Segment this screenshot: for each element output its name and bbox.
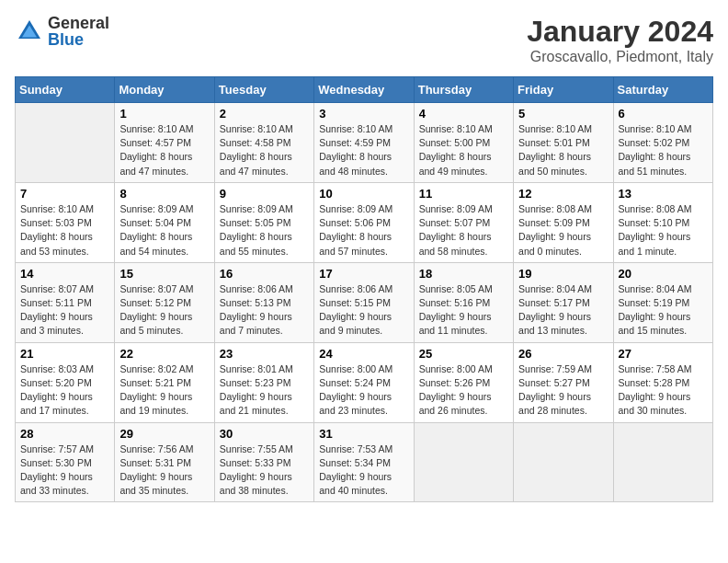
sunrise: Sunrise: 8:09 AM — [220, 203, 293, 214]
day-number: 21 — [20, 347, 109, 361]
day-info: Sunrise: 8:08 AM Sunset: 5:10 PM Dayligh… — [619, 202, 708, 259]
sunrise: Sunrise: 8:09 AM — [419, 203, 493, 214]
calendar-cell: 23 Sunrise: 8:01 AM Sunset: 5:23 PM Dayl… — [214, 342, 313, 422]
daylight: Daylight: 9 hours and 28 minutes. — [518, 391, 591, 416]
daylight: Daylight: 8 hours and 50 minutes. — [518, 151, 591, 176]
sunrise: Sunrise: 8:10 AM — [119, 123, 193, 134]
calendar-cell: 25 Sunrise: 8:00 AM Sunset: 5:26 PM Dayl… — [414, 342, 513, 422]
sunset: Sunset: 5:12 PM — [119, 297, 191, 308]
day-info: Sunrise: 8:09 AM Sunset: 5:05 PM Dayligh… — [220, 202, 309, 259]
day-info: Sunrise: 8:10 AM Sunset: 5:00 PM Dayligh… — [419, 122, 508, 178]
calendar-cell: 30 Sunrise: 7:55 AM Sunset: 5:33 PM Dayl… — [214, 422, 313, 502]
daylight: Daylight: 8 hours and 57 minutes. — [319, 231, 392, 256]
title-section: January 2024 Groscavallo, Piedmont, Ital… — [527, 15, 713, 65]
logo-general: General — [48, 15, 109, 31]
sunset: Sunset: 5:11 PM — [20, 297, 92, 308]
logo-icon — [15, 17, 44, 46]
sunset: Sunset: 5:34 PM — [319, 457, 391, 468]
calendar-cell: 14 Sunrise: 8:07 AM Sunset: 5:11 PM Dayl… — [16, 262, 115, 342]
daylight: Daylight: 9 hours and 17 minutes. — [20, 391, 93, 416]
day-number: 22 — [119, 347, 209, 361]
calendar-table: SundayMondayTuesdayWednesdayThursdayFrid… — [15, 76, 713, 502]
sunrise: Sunrise: 8:10 AM — [419, 123, 493, 134]
sunrise: Sunrise: 8:07 AM — [119, 283, 193, 294]
calendar-cell — [514, 422, 613, 502]
calendar-cell: 1 Sunrise: 8:10 AM Sunset: 4:57 PM Dayli… — [115, 103, 214, 183]
sunrise: Sunrise: 8:10 AM — [518, 123, 592, 134]
daylight: Daylight: 9 hours and 1 minute. — [619, 231, 691, 256]
day-info: Sunrise: 8:10 AM Sunset: 5:01 PM Dayligh… — [518, 122, 608, 178]
sunrise: Sunrise: 8:08 AM — [518, 203, 592, 214]
location-title: Groscavallo, Piedmont, Italy — [527, 49, 713, 65]
sunset: Sunset: 4:58 PM — [220, 137, 291, 148]
logo-text: General Blue — [48, 15, 109, 48]
daylight: Daylight: 9 hours and 38 minutes. — [220, 471, 292, 496]
sunrise: Sunrise: 8:05 AM — [419, 283, 493, 294]
daylight: Daylight: 8 hours and 55 minutes. — [220, 231, 292, 256]
month-title: January 2024 — [527, 15, 713, 49]
sunset: Sunset: 5:23 PM — [220, 377, 291, 388]
sunset: Sunset: 5:20 PM — [20, 377, 92, 388]
day-info: Sunrise: 7:59 AM Sunset: 5:27 PM Dayligh… — [518, 362, 608, 419]
calendar-cell — [613, 422, 712, 502]
daylight: Daylight: 9 hours and 3 minutes. — [20, 311, 93, 336]
day-info: Sunrise: 8:01 AM Sunset: 5:23 PM Dayligh… — [220, 362, 309, 419]
logo-blue: Blue — [48, 31, 109, 48]
sunset: Sunset: 5:30 PM — [20, 457, 92, 468]
sunset: Sunset: 5:09 PM — [518, 217, 590, 228]
calendar-cell: 26 Sunrise: 7:59 AM Sunset: 5:27 PM Dayl… — [514, 342, 613, 422]
daylight: Daylight: 8 hours and 49 minutes. — [419, 151, 492, 176]
day-info: Sunrise: 8:02 AM Sunset: 5:21 PM Dayligh… — [119, 362, 209, 419]
sunset: Sunset: 5:15 PM — [319, 297, 391, 308]
sunrise: Sunrise: 7:56 AM — [119, 443, 193, 454]
sunrise: Sunrise: 8:06 AM — [220, 283, 293, 294]
calendar-week-row: 14 Sunrise: 8:07 AM Sunset: 5:11 PM Dayl… — [16, 262, 713, 342]
daylight: Daylight: 9 hours and 9 minutes. — [319, 311, 392, 336]
calendar-cell: 10 Sunrise: 8:09 AM Sunset: 5:06 PM Dayl… — [314, 182, 414, 262]
day-number: 7 — [20, 187, 109, 201]
daylight: Daylight: 9 hours and 5 minutes. — [119, 311, 192, 336]
daylight: Daylight: 8 hours and 53 minutes. — [20, 231, 93, 256]
day-info: Sunrise: 8:09 AM Sunset: 5:04 PM Dayligh… — [119, 202, 209, 259]
calendar-cell: 20 Sunrise: 8:04 AM Sunset: 5:19 PM Dayl… — [613, 262, 712, 342]
calendar-cell — [414, 422, 513, 502]
sunset: Sunset: 5:05 PM — [220, 217, 291, 228]
day-number: 6 — [619, 107, 708, 121]
day-info: Sunrise: 8:10 AM Sunset: 5:02 PM Dayligh… — [619, 122, 708, 178]
sunrise: Sunrise: 8:10 AM — [20, 203, 94, 214]
day-info: Sunrise: 8:05 AM Sunset: 5:16 PM Dayligh… — [419, 282, 508, 339]
day-number: 19 — [518, 267, 608, 281]
weekday-header: Sunday — [16, 77, 115, 103]
day-info: Sunrise: 8:10 AM Sunset: 5:03 PM Dayligh… — [20, 202, 109, 259]
calendar-cell: 31 Sunrise: 7:53 AM Sunset: 5:34 PM Dayl… — [314, 422, 414, 502]
calendar-cell: 24 Sunrise: 8:00 AM Sunset: 5:24 PM Dayl… — [314, 342, 414, 422]
day-number: 14 — [20, 267, 109, 281]
calendar-cell: 6 Sunrise: 8:10 AM Sunset: 5:02 PM Dayli… — [613, 103, 712, 183]
daylight: Daylight: 9 hours and 0 minutes. — [518, 231, 591, 256]
sunrise: Sunrise: 8:07 AM — [20, 283, 94, 294]
day-number: 8 — [119, 187, 209, 201]
day-number: 12 — [518, 187, 608, 201]
calendar-week-row: 28 Sunrise: 7:57 AM Sunset: 5:30 PM Dayl… — [16, 422, 713, 502]
calendar-cell: 13 Sunrise: 8:08 AM Sunset: 5:10 PM Dayl… — [613, 182, 712, 262]
day-number: 31 — [319, 427, 408, 441]
weekday-header: Monday — [115, 77, 214, 103]
day-info: Sunrise: 8:10 AM Sunset: 4:57 PM Dayligh… — [119, 122, 209, 178]
day-info: Sunrise: 8:04 AM Sunset: 5:17 PM Dayligh… — [518, 282, 608, 339]
daylight: Daylight: 8 hours and 58 minutes. — [419, 231, 492, 256]
day-number: 17 — [319, 267, 408, 281]
day-number: 10 — [319, 187, 408, 201]
day-number: 27 — [619, 347, 708, 361]
daylight: Daylight: 9 hours and 15 minutes. — [619, 311, 691, 336]
weekday-header-row: SundayMondayTuesdayWednesdayThursdayFrid… — [16, 77, 713, 103]
calendar-cell: 28 Sunrise: 7:57 AM Sunset: 5:30 PM Dayl… — [16, 422, 115, 502]
day-number: 25 — [419, 347, 508, 361]
calendar-week-row: 1 Sunrise: 8:10 AM Sunset: 4:57 PM Dayli… — [16, 103, 713, 183]
daylight: Daylight: 8 hours and 47 minutes. — [119, 151, 192, 176]
sunrise: Sunrise: 8:09 AM — [119, 203, 193, 214]
calendar-cell: 12 Sunrise: 8:08 AM Sunset: 5:09 PM Dayl… — [514, 182, 613, 262]
day-number: 15 — [119, 267, 209, 281]
weekday-header: Friday — [514, 77, 613, 103]
weekday-header: Thursday — [414, 77, 513, 103]
day-info: Sunrise: 8:09 AM Sunset: 5:07 PM Dayligh… — [419, 202, 508, 259]
